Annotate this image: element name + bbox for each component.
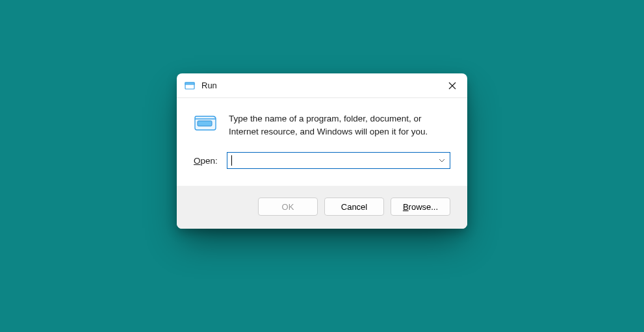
open-row: Open: <box>194 152 450 169</box>
chevron-down-icon <box>439 159 445 162</box>
open-combobox[interactable] <box>227 152 450 169</box>
dialog-body: Type the name of a program, folder, docu… <box>177 98 467 186</box>
svg-rect-2 <box>198 121 212 126</box>
titlebar[interactable]: Run <box>177 73 467 98</box>
cancel-button[interactable]: Cancel <box>324 198 384 216</box>
ok-button[interactable]: OK <box>258 198 318 216</box>
text-cursor <box>231 155 232 166</box>
run-dialog: Run Type the name of a program, folder, … <box>177 73 467 229</box>
close-button[interactable] <box>437 73 467 98</box>
open-dropdown-button[interactable] <box>434 153 450 168</box>
browse-button[interactable]: Browse... <box>391 198 450 216</box>
dialog-title: Run <box>201 81 437 90</box>
dialog-footer: OK Cancel Browse... <box>177 186 467 229</box>
open-label: Open: <box>194 156 218 166</box>
run-app-icon <box>194 114 217 132</box>
dialog-description: Type the name of a program, folder, docu… <box>229 112 450 138</box>
description-row: Type the name of a program, folder, docu… <box>194 112 450 138</box>
run-titlebar-icon <box>185 81 195 91</box>
open-input[interactable] <box>231 153 434 168</box>
close-icon <box>448 82 456 90</box>
svg-rect-1 <box>185 83 194 84</box>
